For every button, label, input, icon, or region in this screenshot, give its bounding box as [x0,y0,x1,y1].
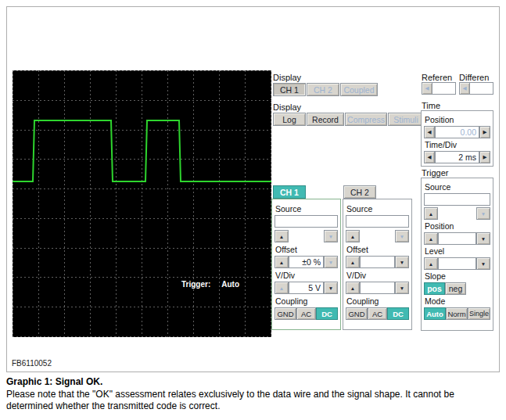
log-button[interactable]: Log [273,113,306,126]
trigger-slope-row: pos neg [424,282,490,295]
ch1-offset-down-button[interactable]: ▼ [324,256,338,268]
ch1-source-up-button[interactable]: ▲ [275,230,289,242]
ch2-vdiv-down-button[interactable]: ▼ [395,282,409,294]
ch2-offset-label: Offset [346,245,409,254]
ch2-gnd-button[interactable]: GND [346,307,368,320]
ch2-vdiv-row: ▲ ▼ [346,282,409,294]
ch2-coupling-label: Coupling [346,296,409,306]
chevron-down-icon: ▼ [400,234,404,239]
difference-left-button[interactable]: ◀ [459,82,470,95]
difference-spinner: ◀ [459,82,493,95]
trigger-source-spinner-row: ▲ ▼ [424,207,490,220]
up-arrow-icon: ▲ [429,236,433,242]
stimuli-button[interactable]: Stimuli [388,113,424,126]
up-arrow-icon: ▲ [350,234,355,239]
time-position-field: 0.00 [435,126,479,138]
coupled-display-button[interactable]: Coupled [340,83,378,96]
up-arrow-icon: ▲ [429,211,433,217]
ch1-source-dropdown-button[interactable]: ▼ [324,230,338,242]
trigger-source-label: Source [425,182,490,192]
ch2-offset-down-button[interactable]: ▼ [395,256,409,268]
compress-button[interactable]: Compress [345,113,387,126]
trigger-level-row: ▲ ▼ [424,257,490,270]
ch2-source-up-button[interactable]: ▲ [346,230,360,242]
ch1-coupling-label: Coupling [275,296,338,306]
trigger-level-down-button[interactable]: ▼ [476,257,490,270]
ch2-offset-up-button[interactable]: ▲ [346,256,360,268]
slope-pos-button[interactable]: pos [424,282,445,295]
ch1-display-button[interactable]: CH 1 [273,83,306,96]
ch1-coupling-row: GND AC DC [275,307,338,320]
ch1-gnd-button[interactable]: GND [275,307,296,320]
ch1-dc-button[interactable]: DC [316,307,338,320]
reference-label: Referen [422,73,452,82]
tab-ch1[interactable]: CH 1 [273,185,306,199]
up-arrow-icon: ▲ [279,285,284,291]
caption-body: Please note that the "OK" assessment rel… [6,389,503,411]
ch2-ac-button[interactable]: AC [368,307,387,320]
left-arrow-icon: ◀ [425,85,429,92]
record-button[interactable]: Record [307,113,344,126]
time-position-right-button[interactable]: ▶ [479,126,490,138]
ch2-dc-button[interactable]: DC [387,307,409,320]
ch1-source-spinner-row: ▲ ▼ [275,230,338,242]
trigger-position-field [438,232,476,245]
trigger-readout-label: Trigger: [181,280,210,289]
up-arrow-icon: ▲ [429,261,433,267]
ch1-vdiv-field: 5 V [289,282,324,294]
ch2-source-label: Source [346,204,409,214]
ch2-source-input[interactable] [346,215,409,228]
right-arrow-icon: ▶ [483,154,487,160]
difference-label: Differen [459,73,489,82]
time-panel: Position ◀ 0.00 ▶ Time/Div ◀ 2 ms ▶ [421,110,493,167]
ch1-vdiv-label: V/Div [275,271,338,280]
oscilloscope-display: Trigger: Auto [13,70,271,337]
trigger-slope-label: Slope [425,271,490,281]
ch2-coupling-row: GND AC DC [346,307,409,320]
ch1-offset-label: Offset [275,245,338,254]
trigger-readout: Trigger: Auto [181,280,239,289]
ch2-display-button[interactable]: CH 2 [307,83,339,96]
time-div-right-button[interactable]: ▶ [479,151,490,163]
ch2-vdiv-up-button[interactable]: ▲ [346,282,360,294]
up-arrow-icon: ▲ [279,260,284,265]
left-arrow-icon: ◀ [463,85,467,92]
trigger-source-up-button[interactable]: ▲ [424,207,438,220]
trigger-level-up-button[interactable]: ▲ [424,257,438,270]
trigger-level-field [438,257,476,270]
trigger-section-label: Trigger [422,168,448,178]
mode-norm-button[interactable]: Norm [446,307,468,320]
slope-neg-button[interactable]: neg [445,282,466,295]
trigger-readout-value: Auto [221,280,239,289]
ch1-ac-button[interactable]: AC [296,307,316,320]
ch2-source-dropdown-button[interactable]: ▼ [395,230,409,242]
trigger-position-up-button[interactable]: ▲ [424,232,438,245]
ch1-source-input[interactable] [275,215,338,228]
down-arrow-icon: ▼ [481,261,486,267]
trigger-position-row: ▲ ▼ [424,232,490,245]
time-position-left-button[interactable]: ◀ [424,126,435,138]
mode-single-button[interactable]: Single [468,307,490,320]
time-position-label: Position [425,115,490,124]
trigger-source-dropdown-button[interactable]: ▼ [476,207,490,220]
chevron-down-icon: ▼ [328,234,333,239]
ch1-vdiv-down-button[interactable]: ▼ [324,282,338,294]
time-div-field: 2 ms [435,151,479,163]
trigger-panel: Source ▲ ▼ Position ▲ ▼ Level ▲ ▼ Slope [421,178,493,331]
figure-code: FB6110052 [12,359,52,368]
trigger-source-input[interactable] [424,193,490,206]
ch1-offset-up-button[interactable]: ▲ [275,256,289,268]
reference-left-button[interactable]: ◀ [422,82,432,95]
scope-grid-and-trace [13,70,271,337]
ch1-vdiv-row: ▲ 5 V ▼ [275,282,338,294]
up-arrow-icon: ▲ [279,234,284,239]
ch1-offset-field: ±0 % [289,256,324,268]
tab-ch2[interactable]: CH 2 [343,185,376,199]
ch1-vdiv-up-button[interactable]: ▲ [275,282,289,294]
left-arrow-icon: ◀ [428,154,432,160]
mode-auto-button[interactable]: Auto [424,307,446,320]
time-div-left-button[interactable]: ◀ [424,151,435,163]
trigger-position-down-button[interactable]: ▼ [476,232,490,245]
display-modes-label: Display [273,102,301,112]
reference-spinner: ◀ [422,82,456,95]
